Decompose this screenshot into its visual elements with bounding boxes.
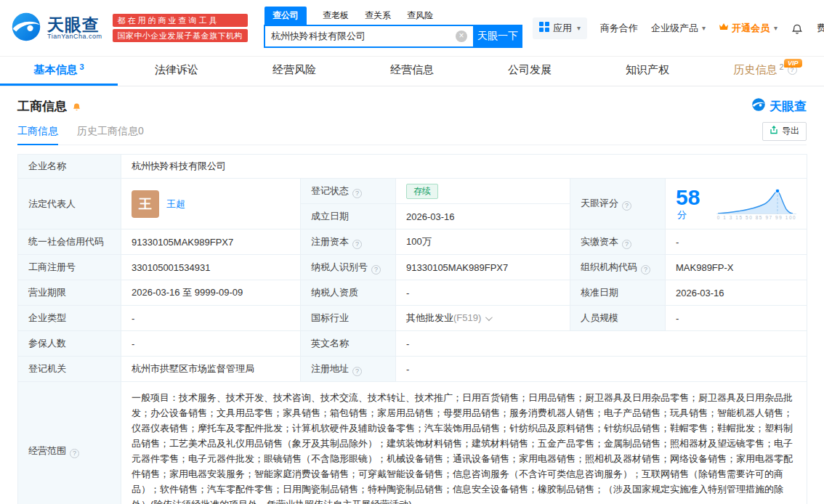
org-code-info-icon[interactable] [641, 265, 650, 275]
tianyancha-watermark: 天眼查 [751, 97, 807, 115]
top-nav: 应用 商务合作 企业级产品 开通会员 费米 [533, 17, 824, 39]
nav-apps[interactable]: 应用 [533, 17, 587, 39]
tab-legal-proceedings[interactable]: 法律诉讼 [118, 57, 235, 86]
reg-status-info-icon[interactable] [352, 189, 362, 198]
search-button[interactable]: 天眼一下 [473, 25, 522, 48]
field-value-industry: 其他批发业(F519) [396, 306, 570, 331]
subtab-business-info[interactable]: 工商信息 [17, 118, 58, 145]
export-label: 导出 [782, 125, 799, 137]
nav-business-cooperation[interactable]: 商务合作 [600, 22, 638, 35]
business-scope-label-text: 经营范围 [28, 445, 66, 456]
tab-basic-info[interactable]: 基本信息 3 [0, 57, 118, 86]
nav-enterprise-label: 企业级产品 [651, 22, 698, 35]
field-label-business-term: 营业期限 [18, 280, 121, 306]
search-tab-risk[interactable]: 查风险 [407, 9, 433, 25]
tab-intellectual-property[interactable]: 知识产权 [589, 57, 706, 86]
reg-address-info-icon[interactable] [352, 367, 362, 376]
field-label-reg-authority: 登记机关 [18, 357, 121, 382]
subtab-history-business-info[interactable]: 历史工商信息0 [77, 118, 144, 145]
field-label-business-scope: 经营范围 [18, 382, 121, 504]
logo-domain: TianYanCha.com [47, 33, 102, 40]
field-label-approval-date: 核准日期 [570, 280, 666, 306]
tab-operating-info[interactable]: 经营信息 [353, 57, 471, 86]
status-badge: 存续 [406, 184, 438, 199]
nav-enterprise-products[interactable]: 企业级产品 [651, 22, 706, 35]
field-label-est-date: 成立日期 [301, 204, 396, 229]
reg-address-label-text: 注册地址 [311, 363, 349, 374]
reg-capital-info-icon[interactable] [352, 240, 362, 249]
field-value-reg-number: 330105001534931 [121, 255, 301, 280]
tab-company-development[interactable]: 公司发展 [471, 57, 589, 86]
field-label-company-type: 企业类型 [18, 306, 121, 331]
field-label-reg-capital: 注册资本 [301, 229, 396, 255]
field-label-industry: 国标行业 [301, 306, 396, 331]
user-menu[interactable]: 费米 [817, 22, 824, 35]
field-label-score: 天眼评分 [570, 179, 666, 229]
industry-name: 其他批发业 [406, 312, 453, 323]
nav-open-vip[interactable]: 开通会员 [719, 22, 777, 35]
score-label-text: 天眼评分 [581, 198, 618, 208]
tab-ip-label: 知识产权 [626, 63, 669, 77]
field-value-staff-size: - [666, 306, 807, 331]
chevron-down-icon [485, 314, 493, 321]
tab-basic-info-count: 3 [79, 62, 84, 71]
top-header: 天眼查 TianYanCha.com 都在用的商业查询工具 国家中小企业发展子基… [0, 0, 824, 56]
section-header: 工商信息 天眼查 [17, 97, 807, 115]
taxpayer-id-label-text: 纳税人识别号 [311, 261, 368, 272]
search-tabs: 查公司 查老板 查关系 查风险 [264, 8, 522, 25]
field-value-paid-capital: - [666, 229, 807, 255]
ribbon-slogan: 都在用的商业查询工具 [113, 14, 249, 27]
tab-operation-label: 经营信息 [390, 63, 434, 77]
tianyancha-logo[interactable]: 天眼查 TianYanCha.com [10, 11, 102, 46]
tab-basic-info-label: 基本信息 [33, 63, 77, 77]
field-label-legal-rep: 法定代表人 [18, 179, 121, 229]
tianyancha-logo-icon [10, 11, 42, 46]
tab-development-label: 公司发展 [508, 63, 552, 77]
industry-dropdown[interactable]: 其他批发业(F519) [406, 312, 490, 323]
section-title: 工商信息 [17, 98, 67, 115]
score-info-icon[interactable] [622, 201, 631, 211]
field-label-credit-code: 统一社会信用代码 [18, 229, 121, 255]
field-label-taxpayer-qualification: 纳税人资质 [301, 280, 396, 306]
search-tab-relation[interactable]: 查关系 [365, 9, 391, 25]
legal-rep-avatar: 王 [132, 190, 159, 218]
search-input[interactable] [271, 31, 456, 42]
field-value-company-name: 杭州快羚科技有限公司 [121, 155, 807, 179]
export-button[interactable]: 导出 [762, 122, 807, 141]
business-scope-info-icon[interactable] [70, 449, 79, 458]
field-value-insured-count: - [121, 331, 301, 357]
export-icon [770, 126, 778, 137]
search-tab-company[interactable]: 查公司 [264, 7, 307, 25]
field-value-org-code: MAK989FP-X [666, 255, 807, 280]
field-value-reg-capital: 100万 [396, 229, 570, 255]
notification-bell-icon[interactable] [791, 22, 804, 35]
tab-history-info[interactable]: 历史信息 2 VIP [706, 57, 824, 86]
brand-ribbon: 都在用的商业查询工具 国家中小企业发展子基金旗下机构 [113, 14, 249, 42]
field-value-reg-status: 存续 [396, 179, 570, 204]
ribbon-subtitle: 国家中小企业发展子基金旗下机构 [113, 29, 249, 42]
score-unit: 分 [677, 209, 687, 220]
score-number: 58 [676, 185, 700, 209]
field-value-reg-authority: 杭州市拱墅区市场监督管理局 [121, 357, 301, 382]
username: 费米 [817, 22, 824, 35]
search-area: 查公司 查老板 查关系 查风险 天眼一下 [264, 8, 522, 48]
nav-vip-label: 开通会员 [732, 22, 770, 35]
paid-capital-info-icon[interactable] [622, 240, 631, 249]
field-value-company-type: - [121, 306, 301, 331]
field-label-staff-size: 人员规模 [570, 306, 666, 331]
score-distribution-chart: 0 1 3 15 50 85 97 99 100 [707, 186, 807, 221]
watermark-logo-icon [751, 97, 766, 115]
monitor-bell-icon[interactable] [71, 101, 82, 112]
apps-grid-icon [539, 22, 549, 34]
clear-search-icon[interactable] [456, 31, 467, 42]
tab-history-label: 历史信息 [733, 63, 777, 77]
paid-capital-label-text: 实缴资本 [581, 236, 618, 247]
taxpayer-id-info-icon[interactable] [371, 265, 381, 275]
legal-rep-link[interactable]: 王超 [166, 198, 185, 211]
field-label-paid-capital: 实缴资本 [570, 229, 666, 255]
company-nav-tabs: 基本信息 3 法律诉讼 经营风险 经营信息 公司发展 知识产权 历史信息 2 V… [0, 56, 824, 86]
logo-title: 天眼查 [47, 16, 102, 33]
search-tab-boss[interactable]: 查老板 [323, 9, 349, 25]
tab-operating-risk[interactable]: 经营风险 [235, 57, 353, 86]
field-value-taxpayer-id: 91330105MAK989FPX7 [396, 255, 570, 280]
